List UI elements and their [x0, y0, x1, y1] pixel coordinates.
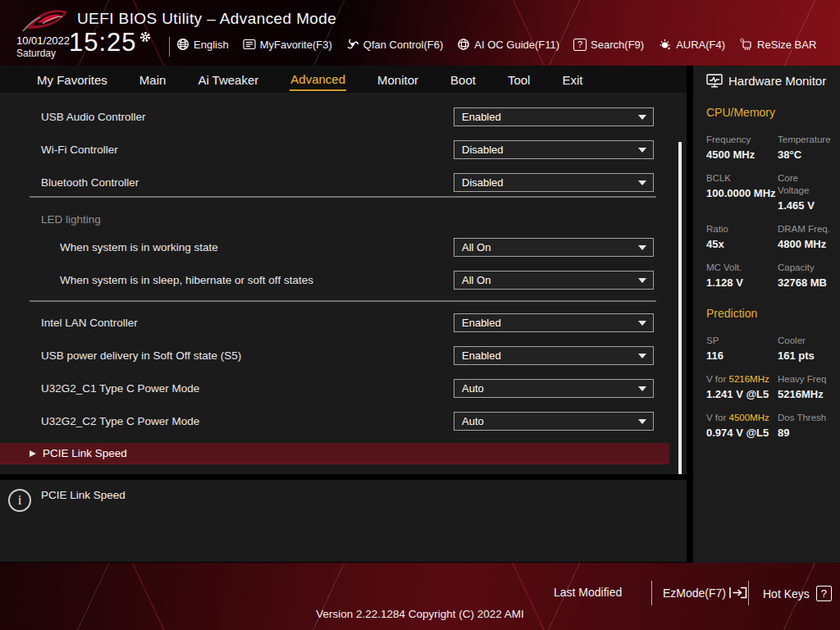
question-box-icon: ? — [816, 586, 832, 601]
aura-label: AURA(F4) — [676, 39, 725, 51]
resize-bar-button[interactable]: ReSize BAR — [739, 38, 816, 51]
u32g2-c1-power-mode-dropdown[interactable]: Auto — [454, 379, 654, 398]
setting-label: Bluetooth Controller — [41, 176, 139, 189]
dropdown-value: Enabled — [462, 349, 501, 362]
submenu-label: PCIE Link Speed — [43, 447, 127, 459]
ezmode-label: EzMode(F7) — [663, 587, 726, 600]
time-settings-gear-icon[interactable] — [139, 31, 151, 43]
dropdown-value: Enabled — [462, 317, 501, 329]
version-text: Version 2.22.1284 Copyright (C) 2022 AMI — [0, 608, 840, 620]
settings-scrollbar[interactable] — [678, 142, 682, 474]
question-box-icon: ? — [573, 39, 587, 51]
search-button[interactable]: ? Search(F9) — [573, 39, 644, 51]
hm-stat: Frequency 4500 MHz — [706, 134, 770, 161]
dropdown-value: Enabled — [462, 111, 501, 123]
ezmode-button[interactable]: EzMode(F7) — [663, 586, 748, 600]
hm-stat: Temperature 38°C — [778, 134, 831, 161]
chevron-down-icon — [638, 278, 646, 283]
bluetooth-controller-dropdown[interactable]: Disabled — [454, 173, 654, 192]
setting-row: When system is in working state All On — [0, 238, 687, 258]
chevron-down-icon — [638, 419, 646, 424]
hm-stat: V for 5216MHz 1.241 V @L5 — [706, 373, 770, 400]
language-label: English — [194, 39, 229, 51]
submenu-arrow-icon — [30, 450, 36, 457]
top-banner: UEFI BIOS Utility – Advanced Mode 10/01/… — [0, 0, 840, 66]
setting-row: USB power delivery in Soft Off state (S5… — [0, 346, 687, 366]
tab-exit[interactable]: Exit — [561, 69, 583, 90]
tab-main[interactable]: Main — [139, 69, 167, 90]
header-toolbar: English MyFavorite(F3) Qfan Control(F6) — [176, 38, 816, 51]
chevron-down-icon — [638, 115, 646, 120]
qfan-label: Qfan Control(F6) — [363, 39, 444, 51]
date-display: 10/01/2022 Saturday — [16, 34, 70, 60]
hm-stat: Core Voltage 1.465 V — [778, 172, 831, 212]
prediction-grid: SP 116 Cooler 161 pts V for 5216MHz 1.24… — [706, 323, 829, 439]
dropdown-value: All On — [462, 274, 491, 286]
hardware-monitor-title: Hardware Monitor — [728, 74, 826, 88]
setting-row: Wi-Fi Controller Disabled — [0, 140, 687, 160]
page-title: UEFI BIOS Utility – Advanced Mode — [77, 10, 336, 28]
settings-panel: USB Audio Controller Enabled Wi-Fi Contr… — [0, 93, 687, 474]
hm-stat: BCLK 100.0000 MHz — [706, 172, 770, 212]
time-display: 15:25 — [69, 28, 137, 57]
tab-ai-tweaker[interactable]: Ai Tweaker — [197, 69, 259, 90]
ai-sphere-icon — [457, 38, 470, 51]
footer-divider — [651, 581, 652, 605]
setting-row: Bluetooth Controller Disabled — [0, 173, 687, 193]
qfan-control-button[interactable]: Qfan Control(F6) — [346, 38, 444, 51]
tab-monitor[interactable]: Monitor — [377, 69, 419, 90]
language-button[interactable]: English — [176, 38, 229, 51]
setting-label: U32G2_C2 Type C Power Mode — [41, 415, 199, 427]
setting-label: U32G2_C1 Type C Power Mode — [41, 382, 199, 395]
chevron-down-icon — [638, 321, 646, 326]
cpu-memory-grid: Frequency 4500 MHz Temperature 38°C BCLK… — [706, 122, 829, 289]
setting-label: When system is in sleep, hibernate or so… — [60, 274, 313, 286]
ai-oc-guide-button[interactable]: AI OC Guide(F11) — [457, 38, 559, 51]
hm-stat: Ratio 45x — [706, 223, 770, 250]
resize-bar-label: ReSize BAR — [757, 39, 816, 51]
setting-label: Wi-Fi Controller — [41, 144, 118, 156]
tab-advanced[interactable]: Advanced — [290, 68, 346, 91]
usb-power-delivery-dropdown[interactable]: Enabled — [454, 346, 654, 365]
setting-label: When system is in working state — [60, 241, 218, 253]
tab-boot[interactable]: Boot — [450, 69, 477, 90]
dropdown-value: Disabled — [462, 176, 504, 189]
pcie-link-speed-submenu[interactable]: PCIE Link Speed — [0, 443, 669, 464]
hot-keys-button[interactable]: Hot Keys ? — [763, 586, 832, 601]
aura-button[interactable]: AURA(F4) — [658, 38, 725, 51]
u32g2-c2-power-mode-dropdown[interactable]: Auto — [454, 412, 654, 431]
wifi-controller-dropdown[interactable]: Disabled — [454, 140, 654, 159]
dropdown-value: Disabled — [462, 144, 504, 156]
intel-lan-controller-dropdown[interactable]: Enabled — [454, 313, 654, 332]
tab-tool[interactable]: Tool — [507, 69, 532, 90]
hardware-monitor-panel: Hardware Monitor CPU/Memory Frequency 45… — [693, 66, 840, 563]
last-modified-button[interactable]: Last Modified — [554, 586, 622, 599]
ai-oc-label: AI OC Guide(F11) — [474, 39, 559, 51]
date-text: 10/01/2022 — [16, 34, 70, 48]
setting-row: U32G2_C2 Type C Power Mode Auto — [0, 412, 687, 431]
usb-audio-controller-dropdown[interactable]: Enabled — [454, 107, 654, 126]
footer-divider — [748, 581, 749, 605]
header-divider — [169, 37, 170, 57]
help-info-panel: i PCIE Link Speed — [0, 480, 687, 562]
dropdown-value: Auto — [462, 415, 484, 427]
myfavorite-button[interactable]: MyFavorite(F3) — [243, 39, 332, 51]
myfavorite-label: MyFavorite(F3) — [260, 39, 332, 51]
chevron-down-icon — [638, 180, 646, 185]
section-divider — [30, 196, 656, 198]
monitor-icon — [706, 74, 723, 88]
setting-label: USB power delivery in Soft Off state (S5… — [41, 349, 241, 362]
led-sleep-state-dropdown[interactable]: All On — [454, 271, 654, 290]
hm-stat: Cooler 161 pts — [778, 335, 829, 362]
chevron-down-icon — [638, 245, 646, 250]
myfavorite-icon — [243, 39, 256, 50]
section-divider — [30, 300, 656, 302]
setting-row: USB Audio Controller Enabled — [0, 107, 687, 127]
led-working-state-dropdown[interactable]: All On — [454, 238, 654, 257]
hm-stat: V for 4500MHz 0.974 V @L5 — [706, 412, 770, 439]
dropdown-value: Auto — [462, 382, 484, 395]
cpu-memory-section-title: CPU/Memory — [706, 106, 829, 119]
tab-my-favorites[interactable]: My Favorites — [36, 69, 108, 90]
help-text: PCIE Link Speed — [41, 489, 126, 501]
hm-stat: SP 116 — [706, 335, 770, 362]
